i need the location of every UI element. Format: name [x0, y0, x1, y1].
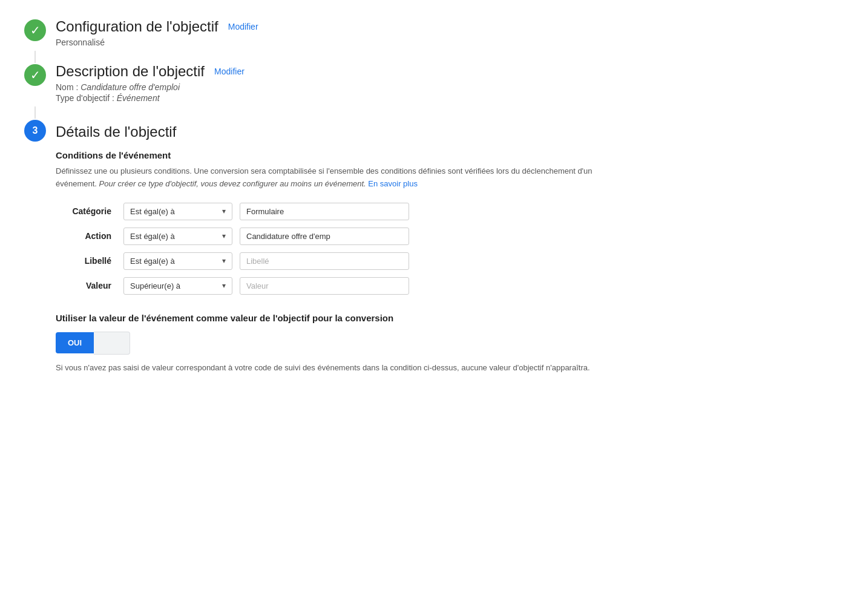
- toggle-section: Utiliser la valeur de l'événement comme …: [56, 313, 833, 375]
- condition-operator-action-text: Est égal(e) à: [130, 232, 175, 241]
- step-2-icon: ✓: [24, 64, 46, 86]
- step-3-row: 3 Détails de l'objectif Conditions de l'…: [24, 119, 833, 386]
- step-2-subtitle-nom: Nom : Candidature offre d'emploi: [56, 82, 833, 92]
- step-2-subtitle-type: Type d'objectif : Événement: [56, 93, 833, 103]
- step-2-header: Description de l'objectif Modifier: [56, 63, 833, 80]
- step-2-content: Description de l'objectif Modifier Nom :…: [56, 63, 833, 104]
- condition-operator-libelle-text: Est égal(e) à: [130, 257, 175, 266]
- step-1-content: Configuration de l'objectif Modifier Per…: [56, 18, 833, 48]
- toggle-off-side[interactable]: [94, 332, 130, 355]
- step-2-title: Description de l'objectif: [56, 63, 205, 80]
- step-3-header: Détails de l'objectif: [56, 123, 833, 140]
- condition-label-categorie: Catégorie: [56, 206, 116, 216]
- toggle-oui-button[interactable]: OUI: [56, 332, 94, 353]
- dropdown-arrow-libelle: ▾: [222, 257, 226, 265]
- condition-operator-categorie-text: Est égal(e) à: [130, 207, 175, 216]
- connector-2: [34, 106, 36, 119]
- condition-operator-valeur-text: Supérieur(e) à: [130, 281, 180, 290]
- dropdown-arrow-categorie: ▾: [222, 207, 226, 215]
- condition-value-valeur[interactable]: [240, 277, 409, 295]
- condition-operator-action[interactable]: Est égal(e) à ▾: [123, 228, 232, 245]
- conditions-desc: Définissez une ou plusieurs conditions. …: [56, 165, 600, 191]
- step-1-row: ✓ Configuration de l'objectif Modifier P…: [24, 18, 833, 48]
- toggle-row: OUI: [56, 332, 833, 355]
- conditions-learn-more-link[interactable]: En savoir plus: [368, 179, 418, 188]
- conditions-title: Conditions de l'événement: [56, 150, 833, 160]
- condition-operator-categorie[interactable]: Est égal(e) à ▾: [123, 203, 232, 220]
- dropdown-arrow-valeur: ▾: [222, 281, 226, 290]
- condition-value-action[interactable]: [240, 228, 409, 245]
- conditions-grid: Catégorie Est égal(e) à ▾ Action Est éga…: [56, 203, 833, 295]
- step-1-header: Configuration de l'objectif Modifier: [56, 18, 833, 35]
- condition-label-action: Action: [56, 231, 116, 241]
- step-2-nom-value: Candidature offre d'emploi: [80, 82, 180, 92]
- steps-container: ✓ Configuration de l'objectif Modifier P…: [24, 18, 833, 388]
- toggle-title: Utiliser la valeur de l'événement comme …: [56, 313, 540, 323]
- step-1-subtitle: Personnalisé: [56, 38, 833, 47]
- condition-label-valeur: Valeur: [56, 281, 116, 290]
- dropdown-arrow-action: ▾: [222, 232, 226, 240]
- step-3-number: 3: [33, 125, 38, 136]
- checkmark-icon-2: ✓: [30, 69, 41, 81]
- step-2-modifier-link[interactable]: Modifier: [214, 67, 245, 76]
- condition-label-libelle: Libellé: [56, 256, 116, 266]
- condition-value-categorie[interactable]: [240, 203, 409, 220]
- step-3-icon: 3: [24, 120, 46, 142]
- step-1-title: Configuration de l'objectif: [56, 18, 218, 35]
- condition-value-libelle[interactable]: [240, 252, 409, 270]
- toggle-note: Si vous n'avez pas saisi de valeur corre…: [56, 362, 600, 375]
- step-3-content: Détails de l'objectif Conditions de l'év…: [56, 123, 833, 386]
- condition-operator-libelle[interactable]: Est égal(e) à ▾: [123, 252, 232, 270]
- conditions-desc-italic: Pour créer ce type d'objectif, vous deve…: [99, 179, 366, 188]
- connector-1: [34, 51, 36, 63]
- condition-operator-valeur[interactable]: Supérieur(e) à ▾: [123, 277, 232, 295]
- step-1-icon: ✓: [24, 19, 46, 41]
- step-2-row: ✓ Description de l'objectif Modifier Nom…: [24, 63, 833, 104]
- step-3-title: Détails de l'objectif: [56, 123, 176, 140]
- step-1-modifier-link[interactable]: Modifier: [228, 22, 258, 31]
- step-2-type-value: Événement: [117, 93, 160, 103]
- checkmark-icon: ✓: [30, 24, 41, 36]
